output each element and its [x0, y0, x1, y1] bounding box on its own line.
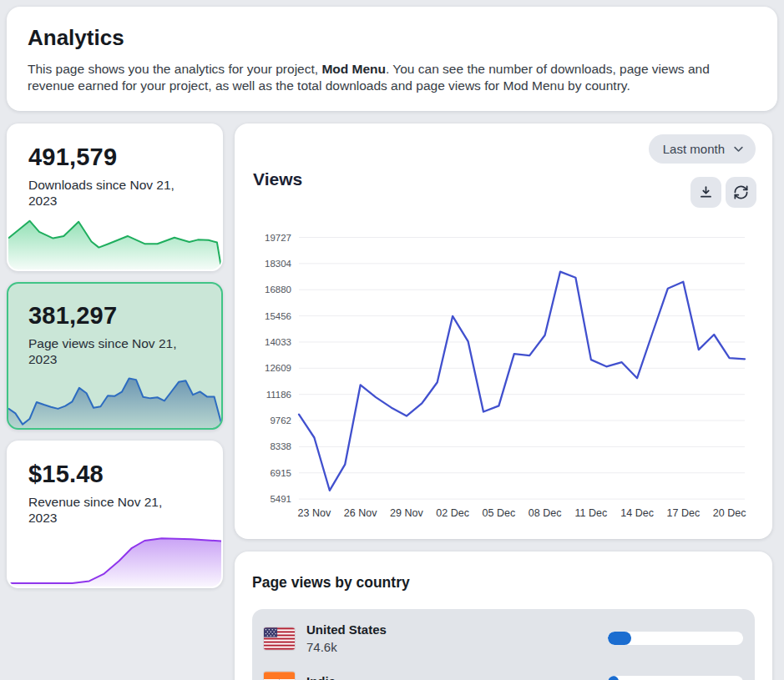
analytics-page: Analytics This page shows you the analyt… [0, 0, 784, 680]
country-name: India [306, 674, 336, 680]
chart-title: Views [253, 169, 302, 189]
country-bar-fill [608, 676, 619, 680]
content-area: 491,579 Downloads since Nov 21, 2023 381… [7, 123, 777, 680]
main-column: Last month Views 19727183041688015456140… [235, 123, 772, 680]
svg-text:20 Dec: 20 Dec [713, 507, 746, 519]
date-range-selector[interactable]: Last month [649, 134, 756, 164]
svg-text:17 Dec: 17 Dec [667, 507, 701, 519]
svg-text:18304: 18304 [265, 259, 292, 269]
chevron-down-icon [732, 143, 745, 155]
views-chart-panel: Last month Views 19727183041688015456140… [235, 123, 772, 539]
date-range-label: Last month [663, 142, 725, 156]
page-views-count: 381,297 [28, 302, 201, 330]
us-flag-icon [264, 627, 295, 650]
india-flag-icon [264, 672, 295, 680]
page-title: Analytics [28, 25, 756, 51]
refresh-chart-button[interactable] [726, 177, 756, 208]
downloads-count: 491,579 [28, 144, 201, 171]
svg-text:11 Dec: 11 Dec [575, 507, 608, 519]
country-bar-track [608, 632, 743, 645]
svg-text:26 Nov: 26 Nov [344, 507, 377, 519]
views-line-chart: 1972718304168801545614033126091118697628… [235, 222, 772, 537]
stat-card-revenue[interactable]: $15.48 Revenue since Nov 21, 2023 [7, 441, 223, 588]
country-list: United States 74.6k [252, 609, 755, 680]
stat-card-page-views[interactable]: 381,297 Page views since Nov 21, 2023 [7, 282, 223, 430]
country-bar-track [608, 676, 743, 680]
country-info: United States 74.6k [306, 622, 387, 654]
download-chart-button[interactable] [690, 177, 721, 208]
svg-text:05 Dec: 05 Dec [483, 507, 516, 519]
downloads-sparkline [8, 214, 221, 269]
svg-text:14033: 14033 [265, 337, 291, 347]
svg-text:02 Dec: 02 Dec [436, 507, 469, 519]
country-row-united-states: United States 74.6k [264, 617, 743, 661]
svg-text:14 Dec: 14 Dec [620, 507, 654, 519]
download-icon [698, 184, 714, 200]
refresh-icon [733, 184, 749, 200]
svg-text:5491: 5491 [270, 494, 291, 504]
downloads-label: Downloads since Nov 21, 2023 [28, 177, 187, 209]
svg-text:8338: 8338 [270, 441, 291, 451]
svg-text:29 Nov: 29 Nov [390, 507, 423, 519]
svg-text:12609: 12609 [265, 363, 291, 373]
page-views-label: Page views since Nov 21, 2023 [28, 335, 187, 368]
svg-text:19727: 19727 [265, 232, 291, 242]
page-description: This page shows you the analytics for yo… [28, 61, 756, 94]
country-row-india: India [264, 661, 743, 680]
description-text: This page shows you the analytics for yo… [28, 62, 321, 76]
svg-text:08 Dec: 08 Dec [529, 507, 562, 519]
svg-text:11186: 11186 [266, 389, 291, 399]
revenue-label: Revenue since Nov 21, 2023 [28, 494, 187, 526]
svg-text:23 Nov: 23 Nov [298, 507, 331, 519]
project-name: Mod Menu [321, 62, 386, 76]
page-views-by-country-panel: Page views by country [235, 552, 772, 680]
stat-card-downloads[interactable]: 491,579 Downloads since Nov 21, 2023 [7, 123, 223, 271]
chart-actions [690, 177, 756, 208]
revenue-sparkline [8, 531, 221, 587]
revenue-amount: $15.48 [28, 461, 201, 488]
svg-text:6915: 6915 [270, 467, 291, 477]
page-header: Analytics This page shows you the analyt… [7, 7, 777, 111]
page-views-sparkline [8, 373, 221, 428]
country-info: India [306, 674, 336, 680]
country-bar-fill [608, 632, 631, 645]
stat-cards-column: 491,579 Downloads since Nov 21, 2023 381… [7, 123, 223, 588]
svg-text:15456: 15456 [265, 310, 291, 320]
country-name: United States [306, 622, 387, 637]
svg-text:9762: 9762 [270, 416, 291, 426]
svg-text:16880: 16880 [265, 285, 291, 295]
country-panel-title: Page views by country [252, 574, 755, 592]
country-page-views: 74.6k [306, 640, 387, 654]
